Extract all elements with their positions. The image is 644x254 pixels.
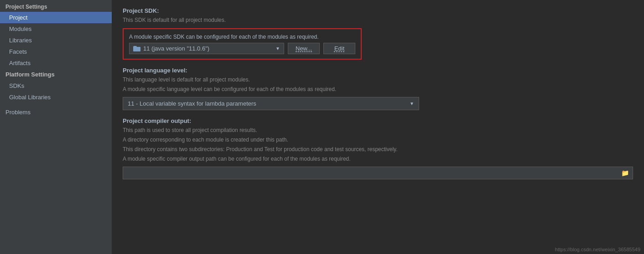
sidebar-item-global-libraries[interactable]: Global Libraries <box>0 91 112 103</box>
language-dropdown-arrow: ▼ <box>410 101 414 106</box>
sdk-value: 11 (java version "11.0.6") <box>143 45 209 52</box>
compiler-desc4: A module specific compiler output path c… <box>123 155 633 163</box>
language-dropdown[interactable]: 11 - Local variable syntax for lambda pa… <box>123 97 419 110</box>
compiler-title: Project compiler output: <box>123 117 633 124</box>
language-desc1: This language level is default for all p… <box>123 76 633 84</box>
sdk-section: Project SDK: This SDK is default for all… <box>123 7 633 67</box>
language-title: Project language level: <box>123 67 633 74</box>
compiler-desc3: This directory contains two subdirectori… <box>123 145 633 153</box>
sidebar-item-sdks[interactable]: SDKs <box>0 80 112 91</box>
project-settings-header: Project Settings <box>0 0 112 12</box>
main-content: Project SDK: This SDK is default for all… <box>112 0 644 254</box>
sidebar-item-project[interactable]: Project <box>0 12 112 23</box>
platform-settings-header: Platform Settings <box>0 69 112 80</box>
sidebar-item-libraries[interactable]: Libraries <box>0 35 112 46</box>
sidebar-item-artifacts[interactable]: Artifacts <box>0 57 112 69</box>
sdk-highlight-box: A module specific SDK can be configured … <box>123 28 362 60</box>
sidebar-item-facets[interactable]: Facets <box>0 46 112 57</box>
compiler-output-field[interactable]: 📁 <box>123 167 633 179</box>
watermark: https://blog.csdn.net/weixin_36585549 <box>555 247 640 252</box>
sdk-controls: 11 (java version "11.0.6") ▼ New... Edit <box>129 43 355 54</box>
language-desc2: A module specific language level can be … <box>123 85 633 93</box>
edit-sdk-button[interactable]: Edit <box>323 43 355 54</box>
sidebar-item-problems[interactable]: Problems <box>0 107 112 118</box>
sdk-dropdown[interactable]: 11 (java version "11.0.6") ▼ <box>129 43 284 54</box>
compiler-desc1: This path is used to store all project c… <box>123 126 633 134</box>
compiler-folder-icon: 📁 <box>621 169 629 177</box>
new-sdk-button[interactable]: New... <box>288 43 320 54</box>
sidebar: Project Settings Project Modules Librari… <box>0 0 112 254</box>
language-value: 11 - Local variable syntax for lambda pa… <box>128 100 256 107</box>
sdk-desc1: This SDK is default for all project modu… <box>123 16 633 24</box>
compiler-section: Project compiler output: This path is us… <box>123 117 633 179</box>
sdk-dropdown-arrow: ▼ <box>275 46 280 51</box>
language-section: Project language level: This language le… <box>123 67 633 110</box>
compiler-desc2: A directory corresponding to each module… <box>123 136 633 144</box>
sdk-highlight-desc: A module specific SDK can be configured … <box>129 34 355 40</box>
sdk-title: Project SDK: <box>123 7 633 14</box>
sidebar-item-modules[interactable]: Modules <box>0 23 112 35</box>
folder-icon <box>133 46 140 51</box>
